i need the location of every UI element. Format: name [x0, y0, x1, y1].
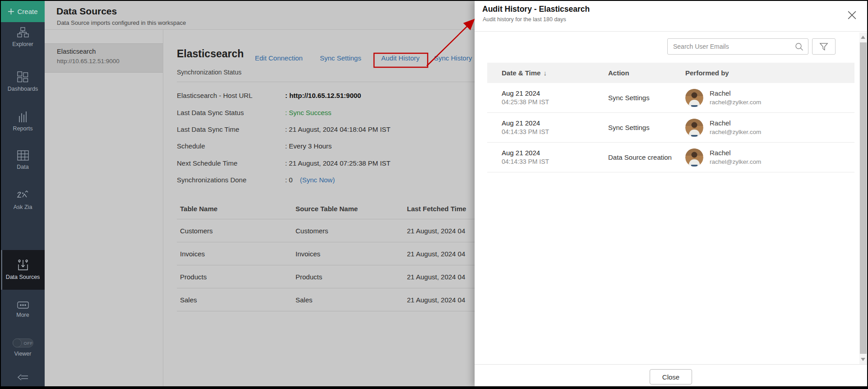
- data-sources-icon: [17, 259, 29, 271]
- sidebar-item-label: Explorer: [12, 41, 33, 48]
- audit-row: Aug 21 2024 04:14:33 PM IST Sync Setting…: [487, 113, 854, 143]
- performed-by-email: rachel@zylker.com: [710, 128, 761, 136]
- sidebar-item-label: Reports: [13, 125, 33, 132]
- collapse-sidebar-button[interactable]: [1, 374, 45, 381]
- audit-action: Sync Settings: [608, 94, 685, 102]
- performed-by-name: Rachel: [710, 89, 761, 98]
- sidebar-item-label: Ask Zia: [14, 204, 32, 211]
- sidebar-item-more[interactable]: More: [1, 301, 45, 319]
- avatar: [685, 119, 703, 137]
- audit-table-header: Date & Time↓ Action Performed by: [487, 63, 854, 83]
- filter-button[interactable]: [812, 38, 836, 55]
- user-email-search: [667, 38, 808, 55]
- audit-row: Aug 21 2024 04:14:33 PM IST Data Source …: [487, 143, 854, 172]
- audit-date: Aug 21 2024: [502, 118, 608, 128]
- filter-icon: [819, 42, 828, 51]
- performed-by-email: rachel@zylker.com: [710, 98, 761, 107]
- app-window: Create Explorer Dashboards Reports: [0, 0, 868, 389]
- panel-title: Audit History - Elasticsearch: [482, 5, 590, 14]
- sidebar-item-ask-zia[interactable]: Ask Zia: [1, 190, 45, 211]
- sidebar-item-data[interactable]: Data: [1, 150, 45, 171]
- scrollbar-thumb[interactable]: [860, 42, 867, 354]
- sidebar-item-reports[interactable]: Reports: [1, 111, 45, 132]
- collapse-sidebar-icon: [17, 374, 29, 381]
- reports-icon: [17, 111, 29, 122]
- scroll-down-icon[interactable]: [861, 358, 865, 361]
- sidebar-item-label: More: [16, 311, 29, 319]
- create-button-label: Create: [17, 8, 37, 15]
- column-header-action: Action: [608, 69, 685, 77]
- search-input[interactable]: [668, 39, 808, 54]
- audit-action: Data Source creation: [608, 153, 685, 161]
- audit-row: Aug 21 2024 04:25:38 PM IST Sync Setting…: [487, 83, 854, 113]
- sidebar-item-label: Dashboards: [8, 85, 38, 93]
- active-indicator: [1, 250, 2, 290]
- audit-time: 04:25:38 PM IST: [502, 98, 608, 107]
- toggle-knob-icon: [13, 338, 22, 347]
- sidebar-item-explorer[interactable]: Explorer: [1, 27, 45, 48]
- sidebar-item-data-sources[interactable]: Data Sources: [1, 250, 45, 290]
- search-icon: [795, 42, 803, 51]
- sidebar-item-dashboards[interactable]: Dashboards: [1, 71, 45, 93]
- performed-by-email: rachel@zylker.com: [710, 158, 761, 166]
- dashboards-icon: [17, 71, 28, 83]
- audit-time: 04:14:33 PM IST: [502, 128, 608, 137]
- column-header-performed-by: Performed by: [685, 69, 854, 77]
- create-button[interactable]: Create: [1, 1, 45, 22]
- viewer-toggle[interactable]: OFF: [13, 338, 33, 347]
- performed-by-name: Rachel: [710, 119, 761, 128]
- audit-date: Aug 21 2024: [502, 148, 608, 157]
- panel-footer: Close: [475, 364, 867, 386]
- panel-subtitle: Audit history for the last 180 days: [483, 16, 566, 23]
- viewer-toggle-item: OFF Viewer: [1, 338, 45, 357]
- screen: Create Explorer Dashboards Reports: [1, 1, 867, 386]
- audit-date: Aug 21 2024: [502, 88, 608, 98]
- panel-header: Audit History - Elasticsearch Audit hist…: [475, 1, 867, 32]
- close-button[interactable]: Close: [650, 369, 692, 384]
- audit-table: Date & Time↓ Action Performed by Aug 21 …: [487, 63, 854, 172]
- sidebar: Create Explorer Dashboards Reports: [1, 1, 45, 386]
- column-header-label: Date & Time: [502, 69, 540, 77]
- audit-time: 04:14:33 PM IST: [502, 157, 608, 167]
- avatar: [685, 89, 703, 107]
- avatar: [685, 148, 703, 167]
- column-header-date[interactable]: Date & Time↓: [502, 69, 608, 77]
- panel-scrollbar[interactable]: [859, 32, 867, 364]
- panel-close-button[interactable]: [845, 9, 858, 21]
- toggle-state-label: OFF: [24, 341, 33, 346]
- sidebar-item-label: Data Sources: [6, 273, 40, 281]
- audit-action: Sync Settings: [608, 124, 685, 131]
- close-icon: [847, 10, 857, 20]
- scroll-up-icon[interactable]: [861, 36, 865, 39]
- performed-by-name: Rachel: [710, 148, 761, 157]
- more-icon: [17, 301, 29, 309]
- sidebar-item-label: Data: [17, 163, 28, 171]
- explorer-icon: [17, 27, 29, 38]
- data-icon: [17, 150, 29, 161]
- sort-desc-icon: ↓: [543, 69, 547, 77]
- ask-zia-icon: [16, 190, 30, 201]
- viewer-label: Viewer: [14, 350, 32, 357]
- plus-icon: [8, 8, 14, 15]
- audit-history-panel: Audit History - Elasticsearch Audit hist…: [475, 1, 867, 386]
